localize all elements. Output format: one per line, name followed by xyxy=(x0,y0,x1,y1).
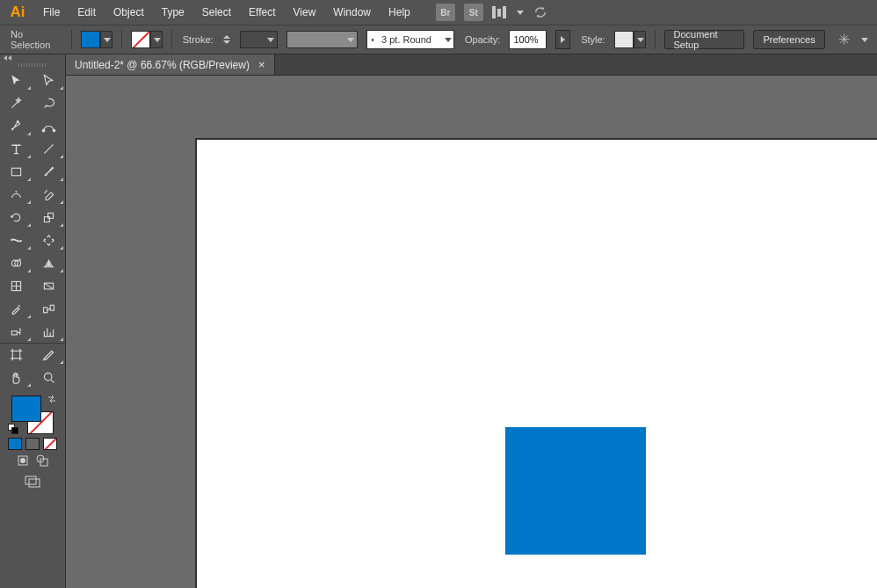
color-mode-color-icon[interactable] xyxy=(8,438,22,450)
svg-rect-10 xyxy=(44,307,47,312)
brush-definition-field[interactable]: • 3 pt. Round xyxy=(366,30,454,49)
fill-stroke-proxy[interactable] xyxy=(8,394,57,434)
svg-point-1 xyxy=(42,129,45,132)
color-mode-none-icon[interactable] xyxy=(43,438,57,450)
tool-grid xyxy=(0,69,65,388)
svg-rect-12 xyxy=(11,330,17,334)
stock-icon[interactable]: St xyxy=(464,4,483,21)
lasso-tool[interactable] xyxy=(33,91,65,114)
align-dropdown-caret[interactable] xyxy=(861,38,868,42)
blend-tool[interactable] xyxy=(33,297,65,320)
brush-name: 3 pt. Round xyxy=(378,34,441,45)
gradient-tool[interactable] xyxy=(33,274,65,297)
default-fill-stroke-icon[interactable] xyxy=(8,424,18,434)
width-tool[interactable] xyxy=(0,229,33,251)
brush-preview-icon: • xyxy=(367,31,378,48)
stroke-swatch-dropdown[interactable] xyxy=(131,31,163,48)
draw-behind-icon[interactable] xyxy=(35,454,49,469)
svg-rect-11 xyxy=(50,305,54,310)
screen-mode-row xyxy=(0,475,65,490)
direct-selection-tool[interactable] xyxy=(33,69,65,91)
arrange-documents-icon[interactable] xyxy=(492,6,506,18)
fill-dropdown-caret[interactable] xyxy=(100,31,112,48)
menu-window[interactable]: Window xyxy=(325,3,379,22)
stroke-swatch-icon xyxy=(131,31,150,48)
fill-swatch-icon xyxy=(81,31,100,48)
color-mode-gradient-icon[interactable] xyxy=(25,438,40,450)
sync-settings-icon[interactable] xyxy=(533,4,548,20)
arrange-dropdown-caret[interactable] xyxy=(517,11,524,15)
close-tab-icon[interactable]: × xyxy=(258,58,265,71)
menu-type[interactable]: Type xyxy=(154,3,192,22)
canvas[interactable] xyxy=(66,76,877,588)
align-to-icon[interactable] xyxy=(837,32,851,47)
artboard-tool[interactable] xyxy=(0,343,33,366)
eyedropper-tool[interactable] xyxy=(0,297,33,320)
svg-rect-5 xyxy=(48,213,54,218)
menu-object[interactable]: Object xyxy=(105,3,152,22)
bridge-icon[interactable]: Br xyxy=(436,4,455,21)
opacity-more-button[interactable] xyxy=(555,30,570,49)
preferences-button[interactable]: Preferences xyxy=(753,30,824,49)
menubar-right: Br St xyxy=(436,4,548,21)
pen-tool[interactable] xyxy=(0,114,33,137)
menu-help[interactable]: Help xyxy=(381,3,418,22)
line-segment-tool[interactable] xyxy=(33,137,65,160)
free-transform-tool[interactable] xyxy=(33,229,65,251)
eraser-tool[interactable] xyxy=(33,183,65,206)
shape-builder-tool[interactable] xyxy=(0,251,33,274)
graphic-style-dropdown[interactable] xyxy=(614,31,646,48)
symbol-sprayer-tool[interactable] xyxy=(0,320,33,343)
document-setup-button[interactable]: Document Setup xyxy=(664,30,745,49)
stroke-weight-field[interactable] xyxy=(240,31,278,48)
svg-rect-20 xyxy=(29,479,40,487)
graphic-style-swatch-icon xyxy=(614,31,634,48)
slice-tool[interactable] xyxy=(33,343,65,366)
paintbrush-tool[interactable] xyxy=(33,160,65,183)
svg-point-14 xyxy=(44,373,52,381)
menu-select[interactable]: Select xyxy=(194,3,239,22)
mesh-tool[interactable] xyxy=(0,274,33,297)
column-graph-tool[interactable] xyxy=(33,320,65,343)
type-tool[interactable] xyxy=(0,137,33,160)
document-tab-label: Untitled-2* @ 66.67% (RGB/Preview) xyxy=(75,59,250,71)
rectangle-object[interactable] xyxy=(505,427,646,555)
menu-edit[interactable]: Edit xyxy=(69,3,104,22)
draw-mode-row xyxy=(0,454,65,469)
rectangle-tool[interactable] xyxy=(0,160,33,183)
rotate-tool[interactable] xyxy=(0,206,33,229)
stroke-label: Stroke: xyxy=(183,34,214,45)
graphic-style-caret[interactable] xyxy=(634,31,646,48)
selection-status: No Selection xyxy=(9,29,62,50)
selection-tool[interactable] xyxy=(0,69,33,91)
document-area: Untitled-2* @ 66.67% (RGB/Preview) × xyxy=(66,54,877,588)
menu-view[interactable]: View xyxy=(286,3,324,22)
perspective-grid-tool[interactable] xyxy=(33,251,65,274)
menu-bar: Ai File Edit Object Type Select Effect V… xyxy=(0,0,877,25)
svg-point-16 xyxy=(20,458,25,463)
opacity-label: Opacity: xyxy=(465,34,500,45)
tools-collapse-button[interactable] xyxy=(0,54,65,62)
scale-tool[interactable] xyxy=(33,206,65,229)
menu-file[interactable]: File xyxy=(35,3,68,22)
stroke-weight-stepper[interactable] xyxy=(222,31,231,48)
draw-normal-icon[interactable] xyxy=(16,454,30,469)
curvature-tool[interactable] xyxy=(33,114,65,137)
variable-width-profile[interactable] xyxy=(286,31,358,48)
tools-grip[interactable] xyxy=(0,62,65,69)
menu-effect[interactable]: Effect xyxy=(241,3,283,22)
swap-fill-stroke-icon[interactable] xyxy=(47,394,57,404)
brush-dropdown-caret[interactable] xyxy=(441,31,453,48)
fill-proxy-icon[interactable] xyxy=(11,396,41,422)
fill-swatch-dropdown[interactable] xyxy=(81,31,112,48)
svg-point-2 xyxy=(53,129,55,132)
zoom-tool[interactable] xyxy=(33,366,65,388)
shaper-tool[interactable] xyxy=(0,183,33,206)
hand-tool[interactable] xyxy=(0,366,33,388)
control-bar: No Selection Stroke: • 3 pt. Round Opaci… xyxy=(0,25,877,54)
stroke-dropdown-caret[interactable] xyxy=(150,31,163,48)
magic-wand-tool[interactable] xyxy=(0,91,33,114)
opacity-field[interactable]: 100% xyxy=(509,30,546,49)
screen-mode-icon[interactable] xyxy=(24,475,41,490)
document-tab[interactable]: Untitled-2* @ 66.67% (RGB/Preview) × xyxy=(66,54,275,75)
